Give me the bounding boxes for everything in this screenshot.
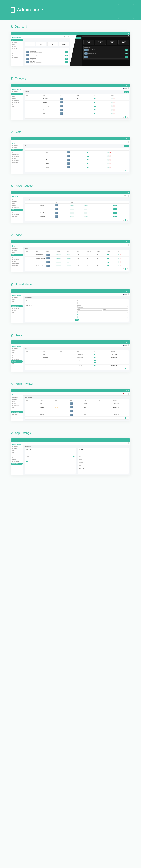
nav-state[interactable]: State bbox=[10, 400, 23, 402]
page-next[interactable]: › bbox=[127, 417, 128, 419]
nav-place_request[interactable]: Place Request bbox=[10, 407, 23, 409]
avatar[interactable] bbox=[128, 87, 129, 89]
nav-place_request[interactable]: Place Request bbox=[10, 258, 23, 260]
page-prev[interactable]: ‹ bbox=[123, 219, 124, 221]
reward-input[interactable] bbox=[119, 464, 128, 466]
edit-icon[interactable]: ✎ bbox=[117, 265, 119, 267]
nav-upload_places[interactable]: Upload Places bbox=[10, 405, 23, 407]
nav-upload_places[interactable]: Upload Places bbox=[10, 207, 23, 209]
nav-category[interactable]: Category bbox=[10, 350, 23, 352]
nav-category[interactable]: Category bbox=[10, 447, 23, 450]
status-toggle[interactable] bbox=[94, 360, 96, 361]
page-1[interactable]: 1 bbox=[125, 417, 126, 419]
nav-upload_places[interactable]: Upload Places bbox=[11, 305, 23, 307]
nav-users[interactable]: Users bbox=[10, 409, 23, 411]
nav-place_reviews[interactable]: Place Reviews bbox=[10, 312, 23, 314]
nav-place_reviews[interactable]: Place Reviews bbox=[10, 262, 23, 265]
name-input[interactable] bbox=[26, 302, 76, 304]
nav-place_request[interactable]: Place Request bbox=[11, 209, 23, 211]
nav-app_settings[interactable]: App Settings bbox=[10, 265, 23, 267]
language-selector[interactable]: English bbox=[123, 142, 127, 143]
nav-state[interactable]: State bbox=[11, 149, 23, 151]
delete-icon[interactable]: ✕ bbox=[113, 102, 115, 103]
nav-place_reviews[interactable]: Place Reviews bbox=[10, 363, 23, 365]
nav-app_settings[interactable]: App Settings bbox=[10, 108, 23, 110]
delete-icon[interactable]: ✕ bbox=[120, 261, 121, 263]
nav-users[interactable]: Users bbox=[10, 52, 23, 54]
language-selector[interactable]: English bbox=[123, 345, 127, 346]
nav-upload[interactable]: Upload Places bbox=[10, 48, 23, 50]
nav-app_settings[interactable]: App Settings bbox=[10, 314, 23, 316]
delete-icon[interactable]: ✕ bbox=[120, 258, 121, 259]
nav-state[interactable]: State bbox=[10, 450, 23, 452]
status-toggle[interactable] bbox=[107, 261, 109, 262]
delete-icon[interactable]: ✕ bbox=[109, 163, 111, 164]
nav-upload_places[interactable]: Upload Places bbox=[10, 256, 23, 258]
nav-place_reviews[interactable]: Place Reviews bbox=[10, 159, 23, 162]
page-1[interactable]: 1 bbox=[125, 116, 126, 118]
details-button[interactable]: Details bbox=[113, 212, 117, 214]
language-selector[interactable]: English bbox=[123, 294, 127, 295]
nav-place_request[interactable]: Place Request bbox=[10, 307, 23, 310]
nav-place_request[interactable]: Place Request bbox=[10, 101, 23, 104]
edit-button[interactable]: Edit bbox=[125, 53, 128, 54]
edit-icon[interactable]: ✎ bbox=[107, 159, 109, 160]
nav-places[interactable]: Places bbox=[10, 97, 23, 99]
nav-place_request[interactable]: Place Request bbox=[10, 358, 23, 360]
nav-users[interactable]: Users bbox=[10, 260, 23, 262]
delete-icon[interactable]: ✕ bbox=[113, 109, 115, 111]
state-select[interactable] bbox=[77, 302, 128, 304]
nav-place_request[interactable]: Place Request bbox=[10, 155, 23, 157]
nav-state[interactable]: State bbox=[10, 202, 23, 204]
delete-icon[interactable]: ✕ bbox=[109, 152, 111, 153]
page-prev[interactable]: ‹ bbox=[123, 417, 124, 419]
nav-places[interactable]: Places bbox=[10, 452, 23, 454]
nav-users[interactable]: Users bbox=[10, 310, 23, 312]
nav-dashboard[interactable]: Dashboard bbox=[11, 39, 23, 41]
edit-icon[interactable]: ✎ bbox=[117, 254, 119, 255]
desc-input[interactable] bbox=[26, 306, 76, 310]
nav-users[interactable]: Users bbox=[11, 361, 23, 363]
nav-upload_places[interactable]: Upload Places bbox=[10, 454, 23, 456]
language-selector[interactable]: English bbox=[123, 195, 127, 196]
nav-app_settings[interactable]: App Settings bbox=[10, 162, 23, 164]
nav-app_settings[interactable]: App Settings bbox=[10, 365, 23, 367]
edit-icon[interactable]: ✎ bbox=[111, 113, 113, 114]
status-toggle[interactable] bbox=[94, 365, 96, 366]
darkmode-toggle[interactable] bbox=[26, 461, 28, 462]
page-prev[interactable]: ‹ bbox=[123, 170, 124, 171]
distance-input[interactable] bbox=[79, 453, 89, 455]
page-next[interactable]: › bbox=[127, 368, 128, 369]
nav-dashboard[interactable]: Dashboard bbox=[10, 144, 23, 146]
delete-icon[interactable]: ✕ bbox=[120, 254, 121, 255]
nav-category[interactable]: Category bbox=[10, 41, 23, 43]
nav-places[interactable]: Places bbox=[69, 44, 82, 46]
status-toggle[interactable] bbox=[87, 152, 89, 153]
nav-category[interactable]: Category bbox=[69, 39, 82, 42]
avatar[interactable] bbox=[128, 293, 129, 295]
banner-input[interactable] bbox=[119, 458, 128, 460]
nav-state[interactable]: State bbox=[69, 42, 82, 44]
page-prev[interactable]: ‹ bbox=[123, 368, 124, 369]
nav-category[interactable]: Category bbox=[10, 200, 23, 202]
edit-icon[interactable]: ✎ bbox=[107, 155, 109, 157]
nav-state[interactable]: State bbox=[10, 352, 23, 354]
status-toggle[interactable] bbox=[107, 258, 109, 259]
edit-button[interactable]: Edit bbox=[65, 58, 68, 60]
nav-state[interactable]: State bbox=[10, 43, 23, 45]
status-toggle[interactable] bbox=[94, 102, 96, 103]
details-button[interactable]: Details bbox=[113, 205, 117, 206]
page-1[interactable]: 1 bbox=[125, 368, 126, 369]
nav-dashboard[interactable]: Dashboard bbox=[10, 91, 23, 93]
inter-input[interactable] bbox=[119, 461, 128, 463]
nav-place_reviews[interactable]: Place Reviews bbox=[10, 106, 23, 108]
page-1[interactable]: 1 bbox=[125, 170, 126, 171]
status-toggle[interactable] bbox=[94, 362, 96, 364]
nav-upload_places[interactable]: Upload Places bbox=[10, 356, 23, 358]
nav-dashboard[interactable]: Dashboard bbox=[10, 198, 23, 200]
status-toggle[interactable] bbox=[87, 167, 89, 168]
add-button[interactable]: Add New bbox=[124, 91, 129, 93]
edit-icon[interactable]: ✎ bbox=[111, 98, 113, 99]
nav-settings[interactable]: App Settings bbox=[10, 56, 23, 58]
details-button[interactable]: Details bbox=[113, 208, 117, 210]
